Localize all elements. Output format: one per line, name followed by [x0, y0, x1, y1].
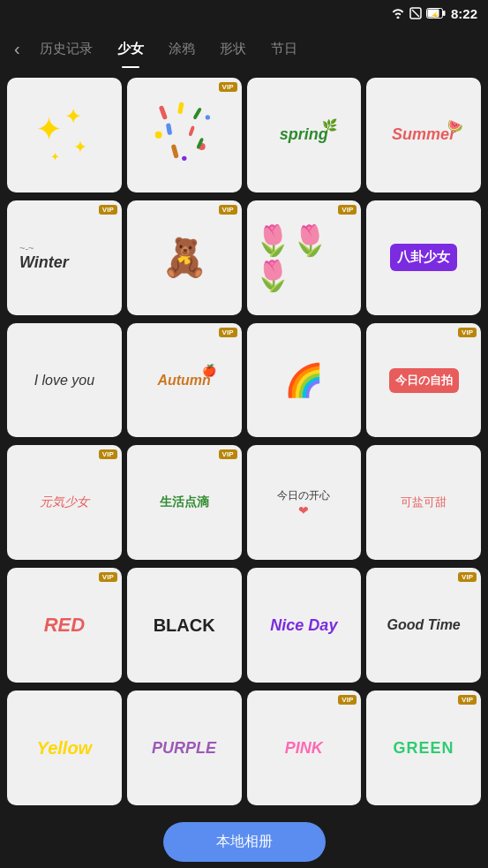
vip-badge: VIP — [219, 328, 237, 337]
svg-rect-14 — [188, 125, 195, 137]
vip-badge: VIP — [458, 572, 477, 582]
sticker-tulips[interactable]: VIP 🌷🌷🌷 — [247, 200, 362, 315]
vip-badge: VIP — [219, 449, 237, 459]
sticker-yuanqi[interactable]: VIP 元気少女 — [7, 445, 122, 560]
iloveyou-text: I love you — [34, 373, 94, 389]
vip-badge: VIP — [219, 82, 237, 92]
vip-badge: VIP — [99, 572, 117, 582]
tab-shape[interactable]: 形状 — [207, 34, 259, 64]
sticker-keainatable[interactable]: 可盐可甜 — [366, 445, 481, 560]
sparkle-svg: ✦ ✦ ✦ ✦ — [29, 100, 100, 170]
vip-badge: VIP — [458, 328, 477, 337]
svg-rect-13 — [166, 123, 173, 135]
sticker-gossip[interactable]: 八卦少女 — [366, 200, 481, 315]
signal-icon — [409, 7, 422, 19]
spring-text: spring — [280, 125, 328, 143]
sticker-bear[interactable]: VIP 🧸 — [127, 200, 242, 315]
sticker-winter[interactable]: VIP ~-~ Winter — [7, 200, 122, 315]
goodtime-text: Good Time — [387, 617, 460, 633]
rainbow-emoji: 🌈 — [284, 362, 324, 399]
sticker-jrselfie[interactable]: VIP 今日の自拍 — [366, 323, 481, 438]
vip-badge: VIP — [458, 695, 477, 705]
svg-line-1 — [412, 10, 419, 17]
confetti-svg — [149, 100, 220, 170]
gossip-text: 八卦少女 — [390, 244, 457, 271]
svg-point-15 — [154, 132, 161, 139]
sticker-niceday[interactable]: Nice Day — [247, 568, 362, 683]
sticker-shenghuomanman[interactable]: VIP 生活点滴 — [127, 445, 242, 560]
svg-text:✦: ✦ — [64, 104, 82, 128]
sticker-purple[interactable]: PURPLE — [127, 691, 242, 805]
jintian-text: 今日の开心 — [277, 488, 330, 503]
bottom-bar: 本地相册 — [0, 815, 488, 868]
sticker-jintian[interactable]: 今日の开心 ❤ — [247, 445, 362, 560]
sticker-summer[interactable]: Summer 🍉 — [366, 78, 481, 192]
sticker-goodtime[interactable]: VIP Good Time — [366, 568, 481, 683]
tab-graffiti[interactable]: 涂鸦 — [156, 34, 207, 64]
red-text: RED — [44, 614, 85, 637]
svg-point-16 — [206, 115, 210, 119]
tab-holiday[interactable]: 节日 — [259, 34, 310, 64]
svg-rect-12 — [192, 107, 202, 120]
keainatable-text: 可盐可甜 — [401, 494, 447, 510]
summer-text: Summer — [392, 125, 455, 143]
tulips-emoji: 🌷🌷🌷 — [254, 223, 355, 293]
sticker-grid: ✦ ✦ ✦ ✦ VIP — [0, 71, 488, 815]
sticker-autumn[interactable]: VIP Autumn 🍎 — [127, 323, 242, 438]
nav-bar: ‹ 历史记录 少女 涂鸦 形状 节日 — [0, 26, 488, 71]
status-icons: ⚡ — [391, 7, 446, 19]
yuanqi-text: 元気少女 — [40, 494, 89, 510]
svg-text:✦: ✦ — [73, 138, 87, 156]
shenghuomanman-text: 生活点滴 — [160, 494, 209, 510]
sticker-red[interactable]: VIP RED — [7, 568, 122, 683]
back-button[interactable]: ‹ — [7, 32, 27, 66]
svg-text:✦: ✦ — [50, 150, 60, 163]
vip-badge: VIP — [338, 205, 357, 215]
sticker-rainbow[interactable]: 🌈 — [247, 323, 362, 438]
svg-text:✦: ✦ — [35, 111, 63, 148]
svg-rect-3 — [443, 11, 446, 16]
winter-text: Winter — [19, 253, 69, 271]
status-bar: ⚡ 8:22 — [0, 0, 488, 26]
black-text: BLACK — [154, 615, 215, 636]
sticker-pink[interactable]: VIP PINK — [247, 691, 362, 805]
sticker-sparkles[interactable]: ✦ ✦ ✦ ✦ — [7, 78, 122, 192]
vip-badge: VIP — [99, 449, 117, 459]
sticker-spring[interactable]: spring 🌿 — [247, 78, 362, 192]
purple-text: PURPLE — [152, 739, 216, 758]
sticker-confetti[interactable]: VIP — [127, 78, 242, 192]
nav-tabs: 历史记录 少女 涂鸦 形状 节日 — [27, 34, 481, 64]
sticker-black[interactable]: BLACK — [127, 568, 242, 683]
svg-rect-10 — [159, 105, 168, 120]
svg-text:⚡: ⚡ — [431, 11, 439, 19]
tab-history[interactable]: 历史记录 — [27, 34, 105, 64]
yellow-text: Yellow — [37, 738, 93, 759]
pink-text: PINK — [285, 739, 323, 758]
vip-badge: VIP — [219, 205, 237, 215]
svg-rect-11 — [177, 102, 184, 114]
bear-emoji: 🧸 — [161, 236, 207, 279]
sticker-iloveyou[interactable]: I love you — [7, 323, 122, 438]
wifi-icon — [391, 8, 405, 19]
svg-rect-18 — [170, 144, 178, 159]
vip-badge: VIP — [99, 205, 117, 215]
sticker-green[interactable]: VIP GREEN — [366, 691, 481, 805]
jrselfie-text: 今日の自拍 — [389, 368, 459, 393]
battery-icon: ⚡ — [426, 8, 446, 19]
niceday-text: Nice Day — [270, 616, 337, 635]
green-text: GREEN — [394, 739, 454, 758]
local-album-button[interactable]: 本地相册 — [163, 822, 326, 862]
sticker-yellow[interactable]: Yellow — [7, 691, 122, 805]
tab-girl[interactable]: 少女 — [105, 34, 156, 64]
svg-point-20 — [182, 156, 186, 161]
time-display: 8:22 — [451, 6, 477, 21]
vip-badge: VIP — [338, 695, 357, 705]
